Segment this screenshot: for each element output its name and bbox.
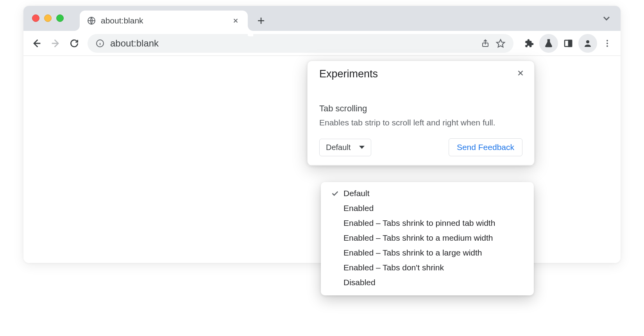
extensions-button[interactable] [520,34,538,53]
maximize-window-button[interactable] [56,14,64,22]
dropdown-option[interactable]: Enabled [321,201,534,216]
close-tab-button[interactable] [231,16,241,26]
back-button[interactable] [27,34,46,53]
dropdown-option[interactable]: Default [321,186,534,201]
svg-point-9 [606,43,608,44]
minimize-window-button[interactable] [44,14,52,22]
svg-point-10 [606,45,608,47]
popup-title: Experiments [308,68,534,80]
url-text: about:blank [110,38,475,49]
experiment-select[interactable]: Default [319,139,371,156]
reload-button[interactable] [65,34,84,53]
close-window-button[interactable] [32,14,39,22]
browser-window: about:blank about:blank [23,6,621,263]
globe-icon [87,16,96,25]
send-feedback-button[interactable]: Send Feedback [449,138,522,156]
experiment-title: Tab scrolling [319,104,522,114]
dropdown-option-label: Disabled [343,278,376,287]
share-button[interactable] [481,39,490,48]
select-value: Default [326,143,351,152]
toolbar: about:blank [23,31,621,56]
chevron-down-icon [359,146,365,149]
dropdown-option[interactable]: Enabled – Tabs shrink to pinned tab widt… [321,216,534,231]
close-popup-button[interactable] [514,66,527,80]
experiment-section: Tab scrolling Enables tab strip to scrol… [308,80,534,165]
svg-rect-6 [569,40,572,46]
profile-button[interactable] [578,34,597,53]
dropdown-option-label: Default [343,189,370,198]
forward-button[interactable] [46,34,65,53]
new-tab-button[interactable] [252,12,270,29]
check-icon [326,189,343,198]
dropdown-option-label: Enabled – Tabs shrink to a medium width [343,233,493,243]
site-info-icon[interactable] [95,39,105,48]
dropdown-option-label: Enabled – Tabs shrink to pinned tab widt… [343,218,495,228]
tab-title: about:blank [101,16,231,25]
experiments-button[interactable] [539,34,558,53]
experiments-popup: Experiments Tab scrolling Enables tab st… [307,61,535,166]
dropdown-option[interactable]: Enabled – Tabs shrink to a medium width [321,231,534,245]
dropdown-option[interactable]: Enabled – Tabs shrink to a large width [321,245,534,260]
side-panel-button[interactable] [559,34,578,53]
bookmark-button[interactable] [496,38,506,48]
kebab-menu-button[interactable] [598,34,617,53]
tabs-dropdown-button[interactable] [601,13,612,24]
toolbar-right [520,34,617,53]
dropdown-option[interactable]: Enabled – Tabs don't shrink [321,260,534,275]
select-dropdown: DefaultEnabledEnabled – Tabs shrink to p… [321,182,534,295]
experiment-description: Enables tab strip to scroll left and rig… [319,117,522,128]
svg-point-7 [586,40,589,43]
address-bar[interactable]: about:blank [88,34,513,53]
tab-strip: about:blank [23,6,621,31]
svg-point-8 [606,40,608,41]
dropdown-option[interactable]: Disabled [321,275,534,290]
window-controls [32,14,64,22]
tab-0[interactable]: about:blank [80,11,248,31]
dropdown-option-label: Enabled – Tabs shrink to a large width [343,248,482,257]
dropdown-option-label: Enabled [343,204,374,213]
dropdown-option-label: Enabled – Tabs don't shrink [343,263,444,272]
